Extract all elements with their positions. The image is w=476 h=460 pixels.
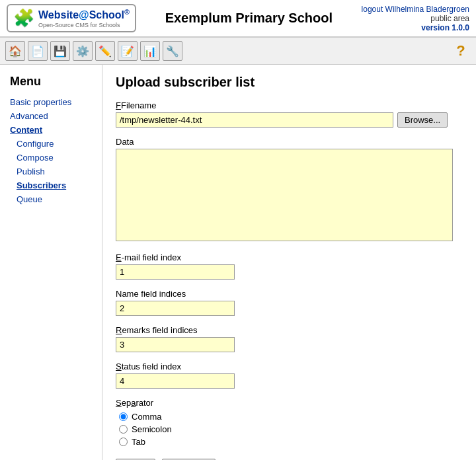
logo: 🧩 Website@School® Open-Source CMS for Sc… bbox=[7, 4, 136, 32]
separator-semicolon-radio[interactable] bbox=[119, 425, 128, 434]
sidebar: Menu Basic properties Advanced Content C… bbox=[0, 65, 102, 460]
sidebar-item-configure[interactable]: Configure bbox=[0, 137, 102, 151]
main-layout: Menu Basic properties Advanced Content C… bbox=[0, 65, 476, 460]
name-field-group: Name field indices bbox=[116, 289, 463, 316]
toolbar: 🏠 📄 💾 ⚙️ ✏️ 📝 📊 🔧 ? bbox=[0, 38, 476, 65]
toolbar-tools-icon[interactable]: 🔧 bbox=[163, 41, 182, 61]
name-field-input[interactable] bbox=[116, 301, 235, 316]
filename-input[interactable] bbox=[116, 112, 393, 128]
status-field-label: Status field index bbox=[116, 362, 463, 371]
filename-group: FFilename Browse... bbox=[116, 100, 463, 128]
toolbar-stats-icon[interactable]: 📊 bbox=[140, 41, 160, 61]
page-title: Upload subscriber list bbox=[116, 75, 463, 90]
data-label: Data bbox=[116, 137, 463, 147]
separator-group: Separator Comma Semicolon Tab bbox=[116, 398, 463, 447]
version-text: version 1.0.0 bbox=[362, 23, 469, 32]
email-field-label: E-mail field index bbox=[116, 252, 463, 262]
sidebar-item-queue[interactable]: Queue bbox=[0, 192, 102, 206]
data-group: Data bbox=[116, 137, 463, 243]
browse-button[interactable]: Browse... bbox=[397, 112, 448, 128]
separator-comma-option[interactable]: Comma bbox=[119, 412, 463, 422]
separator-label: Separator bbox=[116, 398, 463, 408]
separator-semicolon-option[interactable]: Semicolon bbox=[119, 424, 463, 434]
email-field-group: E-mail field index bbox=[116, 252, 463, 280]
name-field-label: Name field indices bbox=[116, 289, 463, 299]
status-field-input[interactable] bbox=[116, 373, 235, 389]
separator-radio-group: Comma Semicolon Tab bbox=[119, 412, 463, 447]
area-text: public area bbox=[362, 14, 469, 23]
toolbar-settings-icon[interactable]: ⚙️ bbox=[73, 41, 93, 61]
help-icon[interactable]: ? bbox=[451, 41, 471, 61]
header: 🧩 Website@School® Open-Source CMS for Sc… bbox=[0, 0, 476, 38]
sidebar-item-content[interactable]: Content bbox=[0, 123, 102, 137]
site-title: Exemplum Primary School bbox=[136, 11, 361, 26]
toolbar-edit-icon[interactable]: ✏️ bbox=[95, 41, 115, 61]
content-area: Upload subscriber list FFilename Browse.… bbox=[102, 65, 476, 460]
sidebar-item-subscribers[interactable]: Subscribers bbox=[0, 178, 102, 192]
separator-tab-radio[interactable] bbox=[119, 438, 128, 446]
sidebar-item-basic-properties[interactable]: Basic properties bbox=[0, 95, 102, 109]
sidebar-item-publish[interactable]: Publish bbox=[0, 165, 102, 178]
separator-comma-label: Comma bbox=[132, 412, 162, 422]
logo-puzzle-icon: 🧩 bbox=[13, 8, 34, 28]
separator-comma-radio[interactable] bbox=[119, 412, 128, 421]
data-textarea[interactable] bbox=[116, 149, 453, 241]
logo-brand-text: Website@School® bbox=[38, 8, 130, 21]
sidebar-item-advanced[interactable]: Advanced bbox=[0, 109, 102, 123]
status-field-group: Status field index bbox=[116, 362, 463, 389]
separator-semicolon-label: Semicolon bbox=[132, 424, 172, 434]
sidebar-title: Menu bbox=[0, 71, 102, 95]
filename-row: Browse... bbox=[116, 112, 463, 128]
toolbar-save-icon[interactable]: 💾 bbox=[50, 41, 70, 61]
separator-tab-label: Tab bbox=[132, 437, 145, 447]
toolbar-page-icon[interactable]: 📄 bbox=[28, 41, 48, 61]
logout-link[interactable]: logout Wilhelmina Bladergroen bbox=[362, 5, 469, 14]
toolbar-compose-icon[interactable]: 📝 bbox=[118, 41, 138, 61]
sidebar-item-compose[interactable]: Compose bbox=[0, 151, 102, 165]
logo-subtitle: Open-Source CMS for Schools bbox=[38, 22, 130, 28]
toolbar-home-icon[interactable]: 🏠 bbox=[5, 41, 25, 61]
user-info: logout Wilhelmina Bladergroen public are… bbox=[362, 5, 469, 32]
filename-label: FFilename bbox=[116, 100, 463, 110]
logo-brand: Website@School® Open-Source CMS for Scho… bbox=[38, 8, 130, 28]
remarks-field-label: Remarks field indices bbox=[116, 325, 463, 335]
separator-tab-option[interactable]: Tab bbox=[119, 437, 463, 447]
remarks-field-input[interactable] bbox=[116, 337, 235, 352]
email-field-input[interactable] bbox=[116, 264, 235, 280]
remarks-field-group: Remarks field indices bbox=[116, 325, 463, 352]
